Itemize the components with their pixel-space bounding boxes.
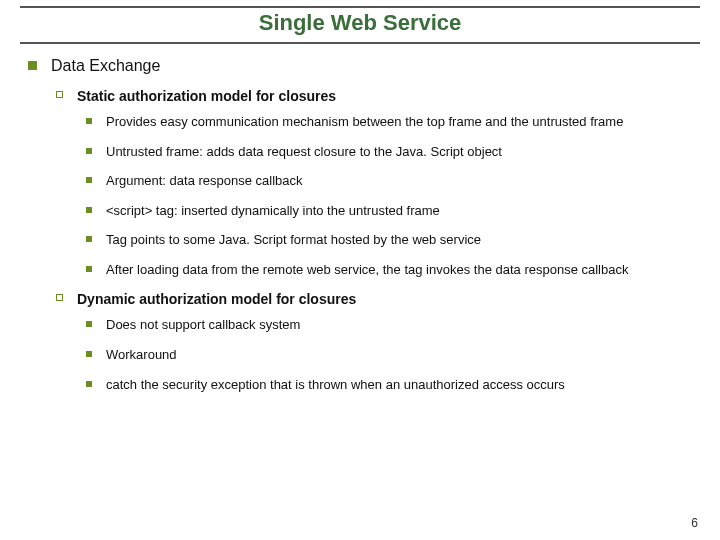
level2-heading: Static authorization model for closures [77, 87, 336, 105]
level3-row: catch the security exception that is thr… [28, 376, 692, 394]
bullet-small-icon [86, 351, 92, 357]
bullet-small-icon [86, 118, 92, 124]
bullet-small-icon [86, 266, 92, 272]
bullet-small-icon [86, 321, 92, 327]
level3-text: Tag points to some Java. Script format h… [106, 231, 481, 249]
slide-title: Single Web Service [0, 10, 720, 36]
section: Dynamic authorization model for closures… [28, 290, 692, 393]
level3-text: <script> tag: inserted dynamically into … [106, 202, 440, 220]
level2-heading: Dynamic authorization model for closures [77, 290, 356, 308]
bullet-outline-icon [56, 91, 63, 98]
section: Static authorization model for closures … [28, 87, 692, 278]
level3-row: <script> tag: inserted dynamically into … [28, 202, 692, 220]
level2-row: Static authorization model for closures [28, 87, 692, 105]
bullet-small-icon [86, 148, 92, 154]
bullet-small-icon [86, 207, 92, 213]
level3-text: Untrusted frame: adds data request closu… [106, 143, 502, 161]
level2-row: Dynamic authorization model for closures [28, 290, 692, 308]
level3-row: Untrusted frame: adds data request closu… [28, 143, 692, 161]
level1-heading: Data Exchange [51, 56, 160, 77]
bullet-outline-icon [56, 294, 63, 301]
level3-text: After loading data from the remote web s… [106, 261, 628, 279]
level3-row: Provides easy communication mechanism be… [28, 113, 692, 131]
level3-text: Argument: data response callback [106, 172, 303, 190]
page-number: 6 [691, 516, 698, 530]
rule-bottom [20, 42, 700, 44]
rule-top [20, 6, 700, 8]
level3-text: Does not support callback system [106, 316, 300, 334]
level3-row: Does not support callback system [28, 316, 692, 334]
level3-row: Tag points to some Java. Script format h… [28, 231, 692, 249]
slide-body: Data Exchange Static authorization model… [28, 56, 692, 510]
level3-text: Workaround [106, 346, 177, 364]
bullet-small-icon [86, 236, 92, 242]
level3-row: Workaround [28, 346, 692, 364]
level1-row: Data Exchange [28, 56, 692, 77]
level3-row: Argument: data response callback [28, 172, 692, 190]
bullet-small-icon [86, 177, 92, 183]
level3-row: After loading data from the remote web s… [28, 261, 692, 279]
bullet-small-icon [86, 381, 92, 387]
bullet-solid-icon [28, 61, 37, 70]
level3-text: catch the security exception that is thr… [106, 376, 565, 394]
level3-text: Provides easy communication mechanism be… [106, 113, 623, 131]
